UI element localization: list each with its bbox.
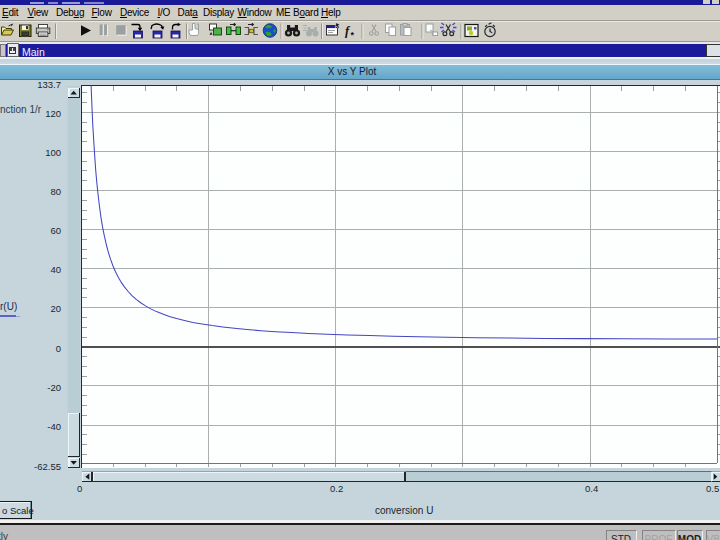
svg-text:*: * bbox=[351, 30, 355, 40]
